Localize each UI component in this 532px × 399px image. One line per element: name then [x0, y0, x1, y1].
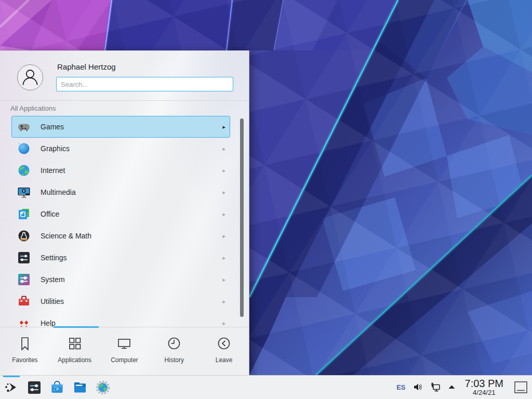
help-icon	[17, 316, 31, 327]
tab-label: Applications	[58, 356, 91, 364]
launcher-header: Raphael Hertzog	[0, 51, 249, 101]
flask-icon	[17, 229, 31, 243]
system-tray: ES 7:03 PM 4/24/21	[396, 378, 532, 396]
kali-launcher-icon	[4, 380, 19, 395]
settings-app-icon	[26, 380, 42, 395]
menu-item-graphics[interactable]: Graphics ▸	[11, 138, 230, 159]
menu-item-label: Graphics	[41, 144, 222, 153]
tab-applications[interactable]: Applications	[50, 327, 100, 376]
globe-gear-icon	[95, 380, 111, 395]
tab-label: History	[165, 356, 184, 364]
submenu-arrow-icon: ▸	[222, 124, 225, 130]
web-tools-button[interactable]	[91, 376, 114, 399]
submenu-arrow-icon: ▸	[222, 233, 225, 240]
expand-tray-icon[interactable]	[448, 384, 456, 390]
submenu-arrow-icon: ▸	[222, 276, 225, 283]
submenu-arrow-icon: ▸	[222, 167, 225, 174]
menu-item-label: Multimedia	[41, 188, 222, 196]
active-tab-indicator	[54, 326, 99, 328]
section-header: All Applications	[0, 101, 249, 116]
menu-item-multimedia[interactable]: Multimedia ▸	[11, 181, 230, 203]
leave-icon	[216, 336, 232, 352]
menu-item-label: Help	[41, 319, 222, 327]
tab-history[interactable]: History	[149, 327, 199, 376]
clock-time: 7:03 PM	[465, 378, 503, 389]
search-input[interactable]	[56, 77, 233, 91]
menu-item-label: Utilities	[41, 297, 222, 305]
submenu-arrow-icon: ▸	[222, 189, 225, 196]
submenu-arrow-icon: ▸	[222, 320, 225, 327]
menu-item-science-math[interactable]: Science & Math ▸	[11, 225, 230, 247]
grid-icon	[66, 336, 83, 352]
menu-item-help[interactable]: Help ▸	[11, 312, 230, 327]
menu-item-utilities[interactable]: Utilities ▸	[11, 290, 230, 312]
store-bag-icon	[49, 380, 65, 395]
tab-label: Leave	[216, 356, 233, 364]
menu-item-label: Office	[41, 210, 222, 218]
app-launcher-button[interactable]	[0, 376, 23, 399]
launcher-tabbar: Favorites Applications Computer	[0, 327, 249, 376]
network-icon[interactable]	[430, 382, 441, 392]
menu-item-internet[interactable]: Internet ▸	[11, 159, 230, 181]
digital-clock[interactable]: 7:03 PM 4/24/21	[463, 378, 506, 396]
menu-item-label: Science & Math	[41, 232, 222, 240]
monitor-play-icon	[17, 185, 31, 199]
menu-item-games[interactable]: Games ▸	[11, 116, 230, 138]
menu-item-label: Games	[41, 123, 222, 131]
menu-item-label: Internet	[41, 166, 222, 175]
user-avatar[interactable]	[17, 64, 43, 90]
bookmark-icon	[17, 336, 33, 352]
applications-list: Games ▸ Graphics ▸ Internet ▸	[0, 116, 249, 327]
tab-favorites[interactable]: Favorites	[0, 327, 50, 376]
tab-leave[interactable]: Leave	[199, 327, 249, 376]
menu-item-label: System	[41, 275, 222, 284]
file-manager-button[interactable]	[69, 376, 91, 399]
menu-item-office[interactable]: Office ▸	[11, 203, 230, 225]
menu-item-system[interactable]: System ▸	[11, 269, 230, 290]
document-icon	[17, 207, 31, 221]
system-sliders-icon	[17, 273, 31, 286]
globe-icon	[17, 164, 31, 177]
folder-icon	[72, 380, 88, 395]
menu-item-label: Settings	[41, 254, 222, 262]
submenu-arrow-icon: ▸	[222, 255, 225, 261]
sliders-dark-icon	[17, 251, 31, 264]
user-icon	[18, 65, 43, 90]
monitor-icon	[116, 336, 132, 352]
submenu-arrow-icon: ▸	[222, 298, 225, 305]
toolbox-icon	[17, 295, 31, 308]
tab-computer[interactable]: Computer	[100, 327, 150, 376]
submenu-arrow-icon: ▸	[222, 211, 225, 218]
application-launcher-menu: Raphael Hertzog All Applications Games ▸	[0, 50, 249, 375]
clock-date: 4/24/21	[465, 389, 503, 396]
clock-icon	[166, 336, 182, 352]
system-settings-button[interactable]	[23, 376, 46, 399]
sphere-icon	[17, 142, 31, 155]
section-label: All Applications	[10, 104, 56, 112]
tab-label: Favorites	[12, 356, 37, 364]
list-scrollbar[interactable]	[240, 118, 244, 317]
tab-label: Computer	[111, 356, 138, 364]
show-desktop-button[interactable]	[514, 380, 528, 394]
desktop: { "launcher": { "user_name": "Raphael He…	[0, 0, 532, 399]
keyboard-layout-indicator[interactable]: ES	[396, 383, 405, 391]
software-center-button[interactable]	[46, 376, 69, 399]
submenu-arrow-icon: ▸	[222, 145, 225, 152]
menu-item-settings[interactable]: Settings ▸	[11, 247, 230, 269]
gamepad-icon	[17, 120, 31, 134]
taskbar: ES 7:03 PM 4/24/21	[0, 375, 532, 399]
volume-icon[interactable]	[413, 382, 423, 392]
user-name: Raphael Hertzog	[57, 62, 116, 71]
